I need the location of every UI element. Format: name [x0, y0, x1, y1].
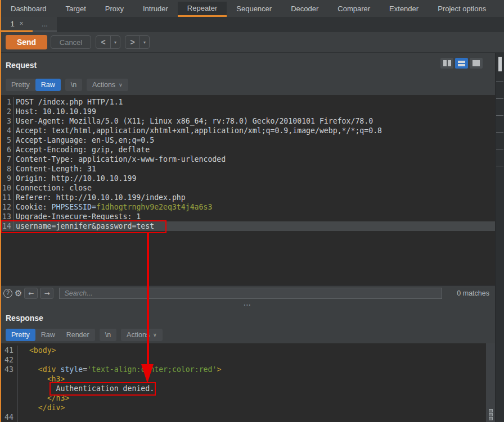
- response-editor[interactable]: 41 <body>4243 <div style='text-align:cen…: [0, 343, 495, 422]
- line-number: 1: [0, 97, 14, 107]
- line-number: 6: [0, 145, 14, 155]
- editor-option-icon[interactable]: [489, 413, 493, 416]
- back-arrow-icon[interactable]: <: [96, 36, 110, 48]
- editor-line[interactable]: 41 <body>: [0, 346, 495, 355]
- panel-splitter-handle[interactable]: ⋯: [0, 300, 495, 309]
- editor-line[interactable]: 10Connection: close: [0, 183, 495, 193]
- editor-line[interactable]: 8Content-Length: 31: [0, 164, 495, 174]
- single-pane-layout-button[interactable]: [470, 58, 483, 69]
- view-tab-actions[interactable]: Actions∨: [121, 329, 163, 341]
- menu-item-comparer[interactable]: Comparer: [328, 2, 380, 17]
- columns-layout-button[interactable]: [440, 58, 453, 69]
- request-title: Request: [0, 53, 495, 70]
- menu-item-target[interactable]: Target: [56, 2, 96, 17]
- forward-dropdown-icon[interactable]: ▾: [140, 36, 149, 48]
- editor-line[interactable]: 3User-Agent: Mozilla/5.0 (X11; Linux x86…: [0, 116, 495, 126]
- line-number: 5: [0, 135, 14, 145]
- line-number: 14: [0, 221, 14, 231]
- inspector-section-divider: [496, 115, 503, 116]
- splitter-dots-icon: ⋯: [244, 300, 252, 309]
- new-tab-button[interactable]: ...: [33, 17, 57, 32]
- editor-line[interactable]: 9Origin: http://10.10.10.199: [0, 174, 495, 183]
- repeater-tab-bar: 1 × ...: [0, 17, 504, 32]
- editor-option-icon[interactable]: [489, 417, 493, 420]
- editor-option-icon[interactable]: [489, 409, 493, 412]
- response-panel-header: Response: [0, 309, 495, 329]
- editor-line[interactable]: 14username=jennifer&password=test: [0, 221, 495, 231]
- editor-line[interactable]: 43 <div style='text-align:center;color:r…: [0, 365, 495, 374]
- menu-item-repeater[interactable]: Repeater: [178, 2, 227, 17]
- menu-item-extender[interactable]: Extender: [380, 2, 428, 17]
- line-number: 7: [0, 155, 14, 164]
- view-tab-n[interactable]: \n: [65, 79, 82, 91]
- editor-line[interactable]: 13Upgrade-Insecure-Requests: 1: [0, 212, 495, 221]
- request-editor[interactable]: 1POST /index.php HTTP/1.12Host: 10.10.10…: [0, 95, 495, 285]
- menu-item-dashboard[interactable]: Dashboard: [1, 2, 56, 17]
- line-number: [0, 374, 17, 384]
- cancel-button[interactable]: Cancel: [51, 35, 91, 49]
- rows-layout-icon: [458, 61, 465, 63]
- line-number: [0, 403, 17, 412]
- line-number: [0, 384, 17, 393]
- line-number: 8: [0, 164, 14, 174]
- previous-match-button[interactable]: ←: [24, 288, 38, 299]
- view-tab-raw[interactable]: Raw: [35, 329, 61, 341]
- close-tab-icon[interactable]: ×: [20, 20, 24, 28]
- forward-arrow-icon[interactable]: >: [125, 36, 140, 48]
- menu-item-sequencer[interactable]: Sequencer: [227, 2, 281, 17]
- help-icon[interactable]: ?: [3, 289, 12, 298]
- send-button[interactable]: Send: [6, 35, 47, 49]
- next-match-button[interactable]: →: [40, 288, 53, 299]
- window-focus-border: [0, 0, 1, 422]
- more-tabs-icon: ...: [42, 20, 48, 28]
- view-tab-n[interactable]: \n: [100, 329, 116, 341]
- view-tab-pretty[interactable]: Pretty: [6, 329, 35, 341]
- back-dropdown-icon[interactable]: ▾: [111, 36, 120, 48]
- line-number: 43: [0, 365, 17, 374]
- response-view-tabs: PrettyRawRender\nActions∨: [0, 329, 495, 343]
- editor-line[interactable]: 1POST /index.php HTTP/1.1: [0, 97, 495, 107]
- line-number: 42: [0, 355, 17, 365]
- editor-line[interactable]: 12Cookie: PHPSESSID=f1dhogtrnghv9e2eq3t4…: [0, 202, 495, 212]
- editor-line[interactable]: 5Accept-Language: en-US,en;q=0.5: [0, 135, 495, 145]
- inspector-section-divider: [496, 98, 503, 99]
- editor-line[interactable]: 11Referer: http://10.10.10.199/index.php: [0, 193, 495, 202]
- view-tab-raw[interactable]: Raw: [35, 79, 61, 91]
- editor-line[interactable]: Authentication denied.: [0, 384, 495, 393]
- response-scrollbar[interactable]: [486, 343, 495, 422]
- inspector-collapsed-strip[interactable]: [495, 53, 504, 422]
- editor-line[interactable]: 2Host: 10.10.10.199: [0, 107, 495, 116]
- main-column: Request PrettyRaw\nActions∨ 1POST /index…: [0, 53, 495, 422]
- scrollbar-thumb[interactable]: [498, 57, 502, 71]
- editor-line[interactable]: 42: [0, 355, 495, 365]
- editor-line[interactable]: 44: [0, 412, 495, 422]
- line-number: 11: [0, 193, 14, 202]
- rows-layout-button[interactable]: [455, 58, 468, 69]
- menu-item-intruder[interactable]: Intruder: [133, 2, 178, 17]
- inspector-section-divider: [496, 166, 503, 166]
- editor-line[interactable]: </div>: [0, 403, 495, 412]
- view-tab-render[interactable]: Render: [61, 329, 95, 341]
- gear-icon[interactable]: ⚙: [15, 289, 22, 297]
- response-title: Response: [0, 309, 495, 323]
- menu-item-project-options[interactable]: Project options: [428, 2, 496, 17]
- editor-line[interactable]: 4Accept: text/html,application/xhtml+xml…: [0, 126, 495, 135]
- view-tab-pretty[interactable]: Pretty: [6, 79, 35, 91]
- inspector-section-divider: [496, 81, 503, 82]
- line-number: 10: [0, 183, 14, 193]
- line-number: 44: [0, 412, 17, 422]
- columns-layout-icon: [443, 60, 447, 66]
- menu-item-proxy[interactable]: Proxy: [96, 2, 133, 17]
- repeater-tab-1[interactable]: 1 ×: [1, 17, 33, 32]
- view-tab-actions[interactable]: Actions∨: [87, 79, 128, 91]
- line-number: 13: [0, 212, 14, 221]
- menu-item-decoder[interactable]: Decoder: [281, 2, 328, 17]
- line-number: 9: [0, 174, 14, 183]
- editor-line[interactable]: 7Content-Type: application/x-www-form-ur…: [0, 155, 495, 164]
- editor-line[interactable]: 6Accept-Encoding: gzip, deflate: [0, 145, 495, 155]
- chevron-down-icon: ∨: [153, 332, 157, 338]
- editor-line[interactable]: <h3>: [0, 374, 495, 384]
- single-pane-layout-icon: [472, 60, 480, 66]
- search-input[interactable]: [59, 288, 442, 299]
- editor-line[interactable]: </h3>: [0, 393, 495, 403]
